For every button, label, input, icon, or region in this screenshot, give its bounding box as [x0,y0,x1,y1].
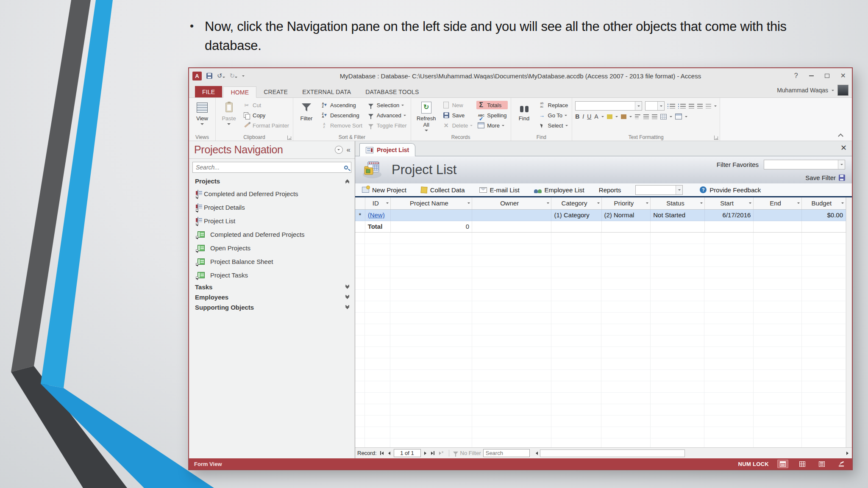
column-header-owner[interactable]: Owner [472,197,551,209]
bold-button[interactable]: B [575,114,579,119]
column-filter-arrow[interactable] [597,202,600,204]
column-header-id[interactable]: ID [365,197,390,209]
remove-sort-button[interactable]: AZ Remove Sort [320,121,363,130]
gridlines-dropdown-icon[interactable] [670,116,672,117]
more-button[interactable]: More [476,121,507,130]
record-position-box[interactable]: 1 of 1 [394,449,421,457]
column-filter-arrow[interactable] [749,202,751,204]
clipboard-dialog-launcher-icon[interactable] [287,136,292,140]
align-center-icon[interactable] [643,114,649,119]
no-filter-button[interactable]: No Filter [453,450,481,456]
advanced-button[interactable]: Advanced [366,111,408,119]
cell-end[interactable] [754,209,801,221]
cell-owner[interactable] [472,209,551,221]
selection-button[interactable]: Selection [366,101,408,109]
horizontal-scrollbar[interactable] [532,449,850,457]
cell-project-name[interactable] [390,209,472,221]
toggle-filter-button[interactable]: Toggle Filter [366,121,408,130]
cell-status[interactable]: Not Started [651,209,704,221]
layout-view-button[interactable] [816,460,827,468]
gridlines-icon[interactable] [660,114,667,119]
nav-item-open-projects[interactable]: Open Projects [189,241,355,255]
column-filter-arrow[interactable] [646,202,648,204]
save-record-button[interactable]: Save [442,111,474,119]
paste-button[interactable]: Paste [219,100,239,126]
reports-combo[interactable] [635,185,683,195]
column-header-project-name[interactable]: Project Name [390,197,472,209]
italic-button[interactable]: I [582,114,584,119]
view-button[interactable]: View [192,100,212,126]
font-color-button[interactable]: A [594,114,598,119]
new-record-button[interactable]: New [442,101,474,109]
cell-category[interactable]: (1) Category [551,209,601,221]
alternate-row-dropdown-icon[interactable] [685,116,687,117]
column-filter-arrow[interactable] [547,202,549,204]
copy-button[interactable]: Copy [242,111,290,119]
column-filter-arrow[interactable] [797,202,800,204]
increase-indent-icon[interactable] [697,104,703,108]
tab-database-tools[interactable]: DATABASE TOOLS [358,86,426,97]
refresh-all-button[interactable]: ↻ Refresh All [414,100,439,132]
employee-list-button[interactable]: Employee List [534,186,584,194]
cell-start[interactable]: 6/17/2016 [704,209,754,221]
new-blank-record-button[interactable]: * [438,450,445,456]
new-record-row[interactable]: * (New) (1) Category (2) Normal Not Star… [355,209,846,221]
customize-qat-icon[interactable] [242,75,245,77]
numbering-icon[interactable] [680,104,686,108]
nav-item-project-details[interactable]: Project Details [189,200,355,214]
nav-item-project-balance-sheet[interactable]: Project Balance Sheet [189,255,355,268]
reports-button[interactable]: Reports [599,186,621,194]
provide-feedback-button[interactable]: ?Provide Feedback [700,186,761,194]
last-record-button[interactable] [430,451,436,455]
column-filter-arrow[interactable] [467,202,470,204]
column-header-start[interactable]: Start [704,197,754,209]
close-document-icon[interactable]: ✕ [840,144,847,152]
filter-favorites-combo[interactable] [764,160,845,169]
form-view-button[interactable] [777,460,788,468]
nav-group-projects[interactable]: Projects [189,175,355,187]
nav-group-employees[interactable]: Employees [189,292,355,302]
decrease-indent-icon[interactable] [689,104,694,108]
descending-button[interactable]: ZA Descending [320,111,363,119]
font-color-dropdown-icon[interactable] [601,116,604,117]
minimize-button[interactable] [809,75,814,76]
collect-data-button[interactable]: Collect Data [421,186,465,194]
tab-home[interactable]: HOME [223,86,256,98]
totals-button[interactable]: ΣTotals [476,101,507,109]
replace-button[interactable]: Replace [537,101,569,109]
collapse-ribbon-icon[interactable] [838,133,843,139]
vertical-scrollbar[interactable] [846,197,852,447]
scroll-right-icon[interactable] [845,452,850,455]
redo-button[interactable]: ↻ [230,72,238,79]
save-filter-button[interactable]: Save Filter [805,174,845,181]
new-project-button[interactable]: New Project [362,186,406,194]
next-record-button[interactable] [423,452,428,455]
scroll-left-icon[interactable] [534,452,539,455]
scrollbar-thumb[interactable] [540,449,685,457]
text-formatting-dialog-launcher-icon[interactable] [714,136,718,140]
cell-budget[interactable]: $0.00 [801,209,846,221]
column-header-category[interactable]: Category [551,197,601,209]
help-button[interactable]: ? [794,72,798,79]
font-size-combo[interactable] [645,101,665,111]
column-header-status[interactable]: Status [651,197,704,209]
email-list-button[interactable]: E-mail List [479,186,520,194]
save-icon[interactable] [206,73,212,79]
column-filter-arrow[interactable] [386,202,389,204]
maximize-button[interactable] [825,74,829,78]
filter-button[interactable]: Filter [296,100,317,123]
previous-record-button[interactable] [387,452,392,455]
close-button[interactable]: ✕ [840,72,846,79]
account-area[interactable]: Muhammad Waqas [777,85,849,96]
paragraph-marks-icon[interactable] [706,104,711,108]
nav-group-tasks[interactable]: Tasks [189,282,355,292]
shutter-bar-close-icon[interactable]: « [347,146,351,153]
navigation-menu-icon[interactable] [335,146,343,154]
cut-button[interactable]: ✂Cut [242,101,290,109]
format-painter-button[interactable]: Format Painter [242,121,290,130]
tab-file[interactable]: FILE [195,86,222,97]
ascending-button[interactable]: AZ Ascending [320,101,363,109]
column-header-end[interactable]: End [754,197,801,209]
record-search-input[interactable] [483,449,530,457]
search-input[interactable] [196,164,344,171]
